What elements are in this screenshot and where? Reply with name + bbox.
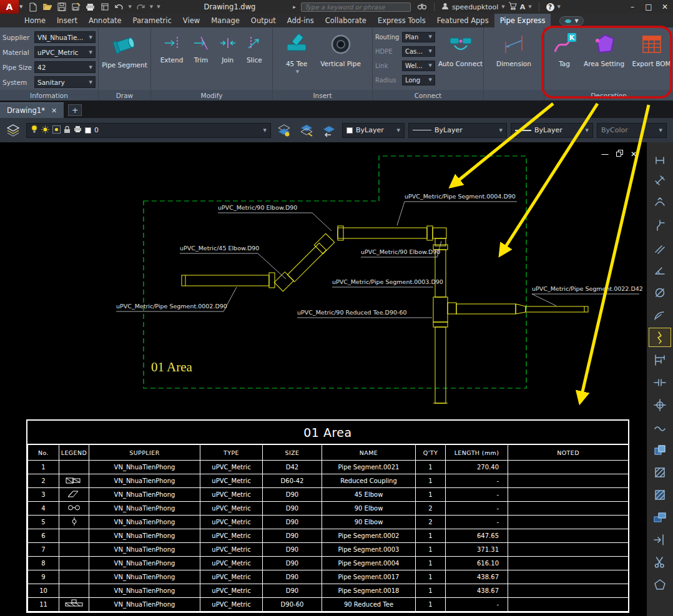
- dim-aligned-icon[interactable]: [649, 171, 671, 189]
- chevron-down-icon[interactable]: ▼: [501, 4, 504, 9]
- tag-button[interactable]: K Tag: [551, 27, 578, 90]
- bom-cell-name: Pipe Segment.0017: [322, 570, 416, 584]
- layer-move-icon[interactable]: [649, 508, 671, 526]
- new-file-icon[interactable]: [27, 2, 38, 12]
- trim-button[interactable]: Trim: [192, 27, 210, 90]
- join-button[interactable]: Join: [219, 27, 237, 90]
- auto-connect-button[interactable]: Auto Connect: [438, 27, 483, 90]
- area-setting-button[interactable]: Area Setting: [583, 27, 625, 90]
- dimension-button[interactable]: Dimension: [496, 27, 531, 90]
- search-input[interactable]: [301, 2, 411, 12]
- dim-angular-icon[interactable]: [649, 261, 671, 279]
- ribbon-options-button[interactable]: ▼: [559, 16, 583, 26]
- qat-customize-icon[interactable]: ▼: [157, 4, 160, 9]
- color-select[interactable]: ByLayer ▼: [342, 123, 405, 138]
- binoculars-icon[interactable]: [417, 2, 427, 12]
- save-icon[interactable]: [56, 2, 67, 12]
- tab-view[interactable]: View: [177, 14, 205, 27]
- system-select[interactable]: Sanitary▼: [34, 76, 96, 88]
- dim-ordinate-icon[interactable]: [649, 216, 671, 234]
- chevron-down-icon[interactable]: ▼: [128, 4, 131, 9]
- make-current-icon[interactable]: [275, 121, 293, 140]
- open-file-icon[interactable]: [42, 2, 52, 12]
- dim-jogged-icon[interactable]: [649, 328, 671, 346]
- link-select[interactable]: Wel...▼: [402, 61, 435, 71]
- export-bom-button[interactable]: Export BOM: [630, 27, 673, 90]
- restore-drawing-button[interactable]: [616, 150, 623, 159]
- pipe-size-select[interactable]: 42▼: [34, 61, 96, 73]
- close-button[interactable]: ✕: [657, 0, 673, 14]
- dim-break-icon[interactable]: [649, 418, 671, 436]
- tab-insert[interactable]: Insert: [51, 14, 83, 27]
- print-icon[interactable]: [85, 2, 96, 12]
- dim-diameter-icon[interactable]: [649, 283, 671, 301]
- account-name[interactable]: speedupktool: [452, 3, 498, 11]
- close-drawing-button[interactable]: ✕: [631, 150, 637, 159]
- tab-annotate[interactable]: Annotate: [83, 14, 127, 27]
- export-layout-icon[interactable]: [649, 530, 671, 549]
- supplier-select[interactable]: VN_NhuaTie...▼: [34, 31, 96, 43]
- cut-icon[interactable]: [649, 553, 671, 571]
- polygon-icon[interactable]: [649, 575, 671, 594]
- dim-rotated-icon[interactable]: [649, 238, 671, 257]
- panel-label-dimension: [484, 90, 544, 100]
- tee-45-button[interactable]: 45 Tee ▼: [284, 27, 309, 90]
- minimize-button[interactable]: –: [624, 0, 641, 14]
- chevron-down-icon[interactable]: ▼: [528, 4, 531, 9]
- chevron-down-icon[interactable]: ▼: [558, 4, 561, 9]
- dim-arc-length-icon[interactable]: [649, 193, 671, 212]
- pipe-segment-button[interactable]: Pipe Segment: [102, 27, 147, 90]
- vertical-pipe-button[interactable]: Vertical Pipe: [320, 27, 361, 90]
- tab-add-ins[interactable]: Add-ins: [282, 14, 320, 27]
- dim-radius-icon[interactable]: [649, 306, 671, 324]
- tab-featured-apps[interactable]: Featured Apps: [431, 14, 494, 27]
- dim-continue-icon[interactable]: [649, 373, 671, 391]
- dim-linear-icon[interactable]: [649, 149, 671, 167]
- undo-icon[interactable]: [114, 2, 124, 12]
- drawing-viewport[interactable]: uPVC_Metric/90 Elbow.D90 uPVC_Metric/Pip…: [0, 142, 647, 616]
- layer-match-icon[interactable]: [297, 121, 316, 140]
- radius-select[interactable]: Long▼: [402, 75, 435, 86]
- help-icon[interactable]: ?: [546, 3, 554, 11]
- bom-cell-length: 438.67: [446, 570, 508, 584]
- autocad-logo[interactable]: A: [0, 0, 19, 14]
- new-tab-button[interactable]: +: [68, 104, 82, 116]
- extend-button[interactable]: Extend: [160, 27, 184, 90]
- layer-previous-icon[interactable]: [320, 121, 338, 140]
- hatch-icon[interactable]: [649, 463, 671, 481]
- center-mark-icon[interactable]: [649, 396, 671, 414]
- exchange-apps-icon[interactable]: A: [520, 3, 526, 11]
- minimize-drawing-button[interactable]: —: [601, 150, 609, 159]
- dim-baseline-icon[interactable]: [649, 351, 671, 369]
- save-as-icon[interactable]: [71, 2, 81, 12]
- plot-icon[interactable]: [99, 2, 110, 12]
- redo-icon[interactable]: [135, 2, 146, 12]
- tab-parametric[interactable]: Parametric: [127, 14, 177, 27]
- layer-select[interactable]: 0 ▼: [26, 123, 271, 138]
- linetype-select[interactable]: ByLayer ▼: [408, 123, 507, 138]
- bom-cell-supplier: VN_NhuaTienPhong: [89, 543, 200, 557]
- layer-properties-icon[interactable]: [4, 121, 22, 140]
- routing-select[interactable]: Plan▼: [402, 32, 435, 42]
- close-icon[interactable]: ✕: [51, 107, 57, 115]
- lineweight-select[interactable]: ByLayer ▼: [511, 123, 593, 138]
- slice-button[interactable]: Slice: [245, 27, 263, 90]
- maximize-button[interactable]: □: [641, 0, 657, 14]
- chevron-down-icon[interactable]: ▼: [296, 69, 299, 74]
- tab-collaborate[interactable]: Collaborate: [320, 14, 372, 27]
- cart-icon[interactable]: [508, 2, 517, 12]
- hdpe-select[interactable]: Cas...▼: [402, 46, 435, 57]
- plot-style-select[interactable]: ByColor ▼: [597, 123, 667, 138]
- layer-copy-icon[interactable]: [649, 441, 671, 459]
- hatch-edit-icon[interactable]: [649, 486, 671, 504]
- tab-output[interactable]: Output: [245, 14, 282, 27]
- file-tab-drawing1[interactable]: Drawing1* ✕: [0, 102, 64, 118]
- tab-home[interactable]: Home: [19, 14, 51, 27]
- tab-manage[interactable]: Manage: [205, 14, 245, 27]
- tab-pipe-express[interactable]: Pipe Express: [494, 14, 551, 27]
- material-select[interactable]: uPVC_Metric▼: [34, 46, 96, 58]
- tab-express-tools[interactable]: Express Tools: [372, 14, 431, 27]
- chevron-down-icon[interactable]: ▼: [19, 4, 22, 9]
- bom-cell-supplier: VN_NhuaTienPhong: [89, 461, 200, 474]
- chevron-down-icon[interactable]: ▼: [150, 4, 153, 9]
